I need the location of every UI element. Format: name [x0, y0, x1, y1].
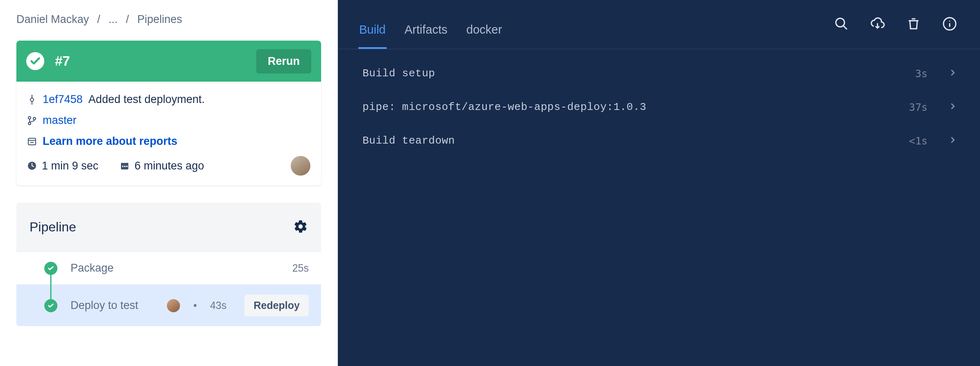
log-step-row[interactable]: Build setup3s — [338, 57, 980, 90]
svg-rect-14 — [126, 166, 128, 167]
log-topbar: BuildArtifactsdocker — [338, 0, 980, 49]
log-step-name: Build teardown — [362, 135, 901, 147]
step-success-icon — [44, 299, 57, 312]
chevron-right-icon — [948, 102, 957, 112]
success-check-icon — [26, 52, 44, 70]
trash-icon — [906, 26, 921, 32]
log-tab-docker[interactable]: docker — [465, 23, 503, 49]
pipeline-summary-panel: Daniel Mackay / ... / Pipelines #7 Rerun — [0, 0, 338, 366]
log-download-button[interactable] — [868, 14, 887, 35]
pipeline-step[interactable]: Deploy to test•43sRedeploy — [16, 284, 321, 326]
svg-point-3 — [28, 117, 31, 119]
calendar-icon — [120, 161, 130, 171]
download-cloud-icon — [870, 26, 885, 32]
duration: 1 min 9 sec — [27, 160, 98, 172]
breadcrumb-sep: / — [126, 13, 129, 26]
log-panel: BuildArtifactsdocker — [338, 0, 980, 366]
commit-row: 1ef7458 Added test deployment. — [27, 93, 310, 106]
step-label[interactable]: Deploy to test — [46, 299, 156, 312]
pipeline-settings-button[interactable] — [293, 219, 308, 235]
chevron-right-icon — [948, 135, 957, 146]
breadcrumb: Daniel Mackay / ... / Pipelines — [16, 13, 321, 26]
step-label[interactable]: Package — [46, 262, 282, 274]
commit-hash-link[interactable]: 1ef7458 — [43, 93, 83, 106]
svg-point-4 — [28, 122, 31, 125]
log-step-time: <1s — [909, 135, 928, 147]
learn-more-reports-link[interactable]: Learn more about reports — [43, 135, 178, 148]
run-status-header: #7 Rerun — [16, 41, 321, 82]
svg-rect-6 — [28, 138, 36, 145]
run-number: #7 — [55, 53, 246, 69]
svg-point-5 — [33, 117, 36, 120]
branch-link[interactable]: master — [43, 114, 77, 127]
svg-rect-12 — [122, 166, 123, 167]
report-icon — [27, 137, 37, 146]
info-icon — [942, 26, 957, 32]
log-step-row[interactable]: Build teardown<1s — [338, 124, 980, 158]
branch-row: master — [27, 114, 310, 127]
log-step-name: Build setup — [362, 67, 907, 80]
step-user-avatar[interactable] — [167, 299, 180, 312]
search-icon — [834, 26, 849, 32]
log-delete-button[interactable] — [904, 14, 923, 35]
chevron-right-icon — [948, 68, 957, 79]
redeploy-button[interactable]: Redeploy — [244, 295, 309, 316]
svg-point-15 — [836, 18, 845, 27]
log-tab-artifacts[interactable]: Artifacts — [404, 23, 449, 49]
branch-icon — [27, 116, 37, 126]
commit-icon — [27, 95, 37, 105]
timestamp-value: 6 minutes ago — [134, 160, 204, 172]
step-duration: 25s — [292, 262, 309, 274]
breadcrumb-owner[interactable]: Daniel Mackay — [16, 13, 89, 26]
pipeline-steps-card: Pipeline Package25sDeploy to test•43sRed… — [16, 203, 321, 326]
separator-dot: • — [193, 300, 197, 311]
svg-rect-11 — [121, 163, 128, 165]
step-success-icon — [44, 262, 57, 275]
log-info-button[interactable] — [940, 14, 959, 35]
breadcrumb-ellipsis[interactable]: ... — [109, 13, 118, 26]
commit-message: Added test deployment. — [89, 93, 205, 106]
duration-value: 1 min 9 sec — [42, 160, 98, 172]
svg-point-0 — [30, 98, 34, 101]
user-avatar[interactable] — [291, 156, 310, 176]
step-duration: 43s — [210, 300, 226, 311]
rerun-button[interactable]: Rerun — [256, 49, 311, 73]
svg-rect-13 — [124, 166, 125, 167]
timestamp: 6 minutes ago — [120, 160, 204, 172]
log-step-time: 3s — [915, 68, 928, 80]
clock-icon — [27, 161, 37, 171]
pipeline-title: Pipeline — [30, 220, 293, 235]
log-search-button[interactable] — [832, 14, 851, 35]
log-step-row[interactable]: pipe: microsoft/azure-web-apps-deploy:1.… — [338, 90, 980, 124]
log-step-name: pipe: microsoft/azure-web-apps-deploy:1.… — [362, 101, 901, 113]
breadcrumb-sep: / — [97, 13, 100, 26]
svg-point-19 — [949, 21, 950, 21]
gear-icon — [293, 229, 308, 235]
pipeline-step[interactable]: Package25s — [16, 252, 321, 284]
svg-line-16 — [843, 26, 847, 30]
log-tab-build[interactable]: Build — [358, 23, 387, 49]
log-step-time: 37s — [909, 101, 928, 113]
run-status-card: #7 Rerun 1ef7458 Added test deployment. … — [16, 41, 321, 185]
breadcrumb-current[interactable]: Pipelines — [137, 13, 182, 26]
reports-row: Learn more about reports — [27, 135, 310, 148]
